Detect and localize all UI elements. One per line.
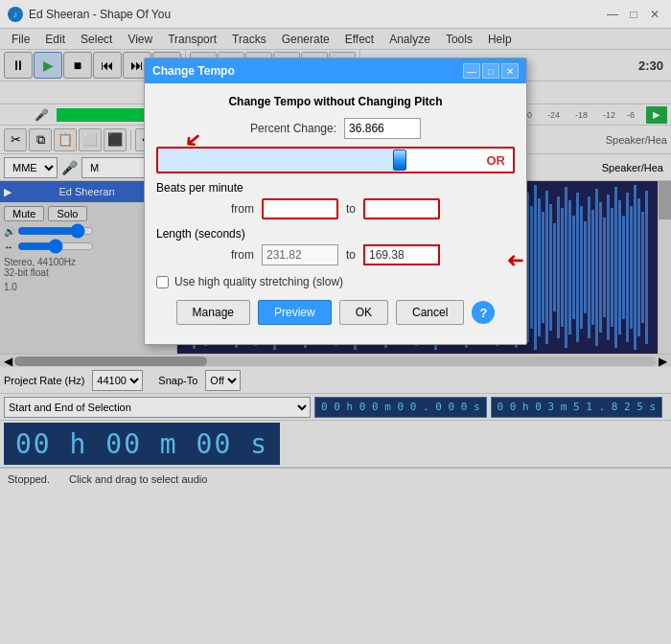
- high-quality-checkbox[interactable]: [156, 276, 169, 288]
- manage-button[interactable]: Manage: [176, 300, 250, 325]
- or-label: OR: [487, 153, 506, 168]
- change-tempo-dialog: Change Tempo — □ ✕ Change Tempo without …: [144, 58, 527, 345]
- checkbox-row: Use high quality stretching (slow): [156, 275, 515, 288]
- slider-section: ➜ OR: [156, 147, 515, 173]
- length-to-input[interactable]: [363, 244, 440, 265]
- percent-change-row: Percent Change:: [156, 118, 515, 139]
- dialog-body: Change Tempo without Changing Pitch Perc…: [145, 83, 526, 344]
- dialog-window-controls: — □ ✕: [463, 63, 519, 79]
- dialog-overlay: Change Tempo — □ ✕ Change Tempo without …: [0, 0, 671, 644]
- percent-input[interactable]: [344, 118, 421, 139]
- bpm-to-label: to: [346, 202, 356, 216]
- dialog-title: Change Tempo: [152, 64, 235, 78]
- preview-button[interactable]: Preview: [258, 300, 332, 325]
- bpm-section: Beats per minute from to: [156, 181, 515, 219]
- slider-thumb[interactable]: [393, 150, 406, 171]
- dialog-footer: Manage Preview OK Cancel ?: [156, 300, 515, 333]
- arrow-right-icon: ➜: [507, 248, 524, 273]
- length-to-label: to: [346, 248, 356, 262]
- tempo-slider-container[interactable]: OR: [156, 147, 515, 173]
- checkbox-label[interactable]: Use high quality stretching (slow): [174, 275, 343, 288]
- dialog-maximize-btn[interactable]: □: [482, 63, 499, 79]
- slider-fill: [158, 149, 400, 172]
- bpm-from-label: from: [231, 202, 254, 216]
- cancel-button[interactable]: Cancel: [396, 300, 464, 325]
- length-from-input[interactable]: [262, 244, 338, 265]
- dialog-close-btn[interactable]: ✕: [501, 63, 519, 79]
- bpm-label: Beats per minute: [156, 181, 515, 195]
- length-section: Length (seconds) from to ➜: [156, 227, 515, 265]
- dialog-heading: Change Tempo without Changing Pitch: [156, 95, 515, 108]
- help-button[interactable]: ?: [472, 301, 495, 324]
- length-label: Length (seconds): [156, 227, 515, 241]
- ok-button[interactable]: OK: [339, 300, 388, 325]
- bpm-from-input[interactable]: [262, 198, 338, 219]
- length-row: from to: [156, 244, 515, 265]
- length-from-label: from: [231, 248, 254, 262]
- dialog-titlebar: Change Tempo — □ ✕: [145, 58, 526, 83]
- dialog-minimize-btn[interactable]: —: [463, 63, 480, 79]
- bpm-row: from to: [156, 198, 515, 219]
- bpm-to-input[interactable]: [363, 198, 440, 219]
- percent-label: Percent Change:: [250, 122, 336, 135]
